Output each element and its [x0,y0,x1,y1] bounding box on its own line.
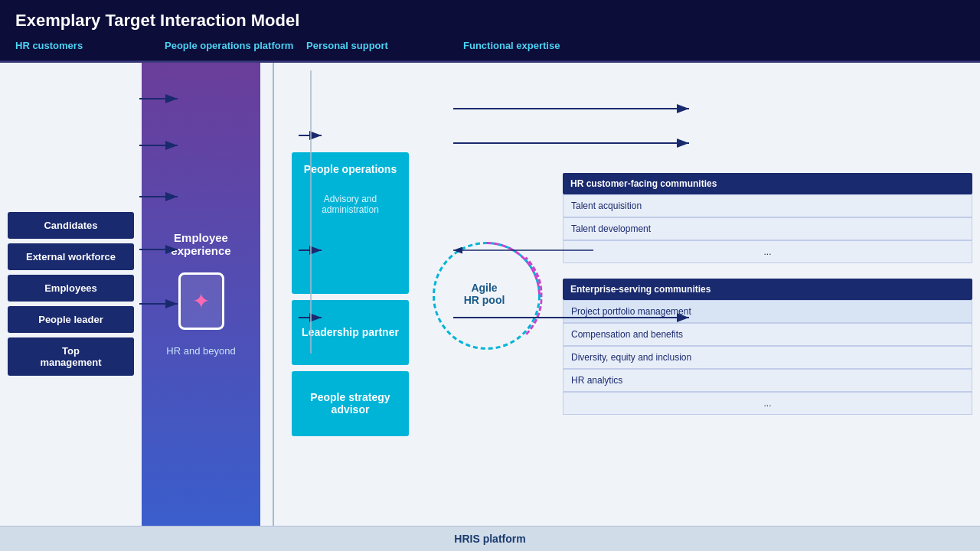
emp-exp-subtitle: HR and beyond [166,345,235,357]
people-operations-box: People operations Advisory and administr… [292,152,409,294]
agile-circle: AgileHR pool [431,240,538,347]
main-wrapper: Exemplary Target Interaction Model HR cu… [0,0,980,551]
func-item-comp-benefits: Compensation and benefits [563,323,972,346]
emp-exp-title: Employee experience [149,231,253,257]
connector-svg-left [260,63,287,526]
page-title: Exemplary Target Interaction Model [15,11,965,31]
col-functional: Functional expertise [463,40,965,53]
people-strategy-box: People strategy advisor [292,371,409,436]
func-section1-title: HR customer-facing communities [563,173,972,194]
people-ops-subtitle: Advisory and administration [299,194,401,215]
customer-top-management: Topmanagement [8,337,134,376]
employee-experience-column: Employee experience ✦ HR and beyond [142,63,260,526]
agile-hr-pool-area: AgileHR pool [413,63,555,526]
functional-expertise-column: HR customer-facing communities Talent ac… [555,63,980,526]
people-ops-title: People operations [304,163,397,175]
func-section-enterprise: Enterprise-serving communities Project p… [563,279,972,415]
header: Exemplary Target Interaction Model HR cu… [0,0,980,61]
leadership-partner-box: Leadership partner [292,300,409,365]
func-item-diversity: Diversity, equity and inclusion [563,346,972,369]
agile-circle-svg [431,240,542,351]
func-spacer [563,269,972,276]
tablet-icon: ✦ [178,272,224,330]
col-personal-support: Personal support [306,40,463,53]
star-icon: ✦ [192,289,210,314]
leadership-partner-label: Leadership partner [302,326,399,338]
header-columns: HR customers People operations platform … [15,40,965,53]
customer-people-leader: People leader [8,306,134,333]
customer-external-workforce: External workforce [8,243,134,270]
col-people-ops: People operations platform [165,40,306,53]
customer-candidates: Candidates [8,212,134,239]
func-item-dots2: ... [563,392,972,415]
connector-left [260,63,287,526]
col-hr-customers: HR customers [15,40,165,53]
hris-platform-bar: HRIS platform [0,526,980,551]
customer-employees: Employees [8,275,134,302]
people-strategy-label: People strategy advisor [299,391,401,416]
func-section-customer-facing: HR customer-facing communities Talent ac… [563,173,972,263]
func-item-hr-analytics: HR analytics [563,369,972,392]
func-section2-title: Enterprise-serving communities [563,279,972,300]
func-item-talent-acquisition: Talent acquisition [563,194,972,217]
personal-support-column: People operations Advisory and administr… [287,63,413,526]
content-area: Candidates External workforce Employees … [0,63,980,526]
func-item-project-portfolio: Project portfolio management [563,300,972,323]
func-item-talent-development: Talent development [563,217,972,240]
hr-customers-column: Candidates External workforce Employees … [0,63,142,526]
func-item-dots1: ... [563,240,972,263]
